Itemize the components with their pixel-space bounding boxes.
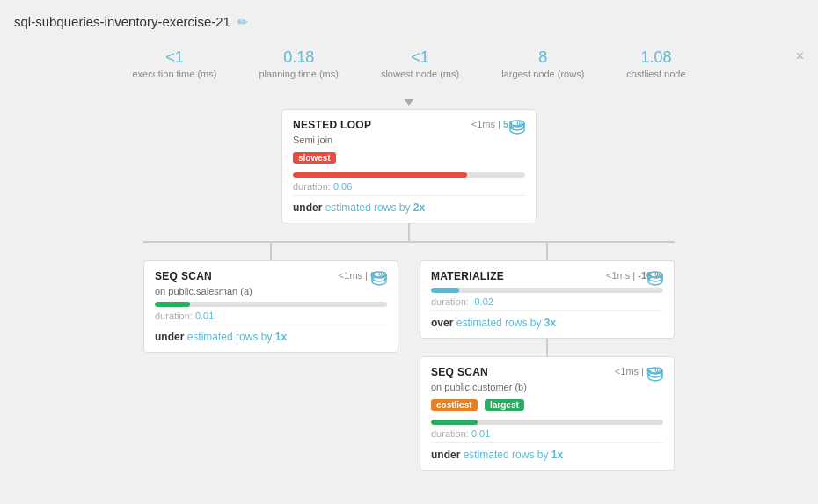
level-bottom: SEQ SCAN <1ms | 6 % on public.salesman (… [143,260,675,471]
nested-loop-subtitle: Semi join [293,135,525,145]
seq-scan-1-duration: duration: 0.01 [155,310,387,321]
db-icon-mat [646,270,665,293]
seq-scan-2-node: SEQ SCAN <1ms | 5 % on public.customer (… [420,356,675,471]
db-icon-seq2 [646,366,665,389]
nested-loop-estimation: under estimated rows by 2x [293,195,525,214]
materialize-node: MATERIALIZE <1ms | -16 % duration: -0.02 [420,260,675,339]
slowest-badge: slowest [293,152,336,164]
nested-loop-progress-bar [293,172,525,178]
nested-loop-title: NESTED LOOP [293,119,371,131]
materialize-estimation: over estimated rows by 3x [431,310,663,329]
materialize-title: MATERIALIZE [431,270,504,282]
close-button[interactable]: × [796,48,804,64]
seq-scan-1-subtitle: on public.salesman (a) [155,286,387,296]
stat-execution-time: <1 execution time (ms) [132,48,216,79]
stats-bar: <1 execution time (ms) 0.18 planning tim… [14,41,804,90]
stat-costliest-node: 1.08 costliest node [626,48,685,79]
seq-scan-1-estimation: under estimated rows by 1x [155,325,387,343]
db-icon-nested [508,119,527,142]
seq-scan-1-title: SEQ SCAN [155,270,212,282]
db-icon-seq1 [369,270,389,293]
title-bar: sql-subqueries-inventory-exercise-21 ✏ [14,14,804,29]
materialize-progress-bar [431,288,663,293]
materialize-progress-fill [431,288,459,293]
diagram-area: NESTED LOOP <1ms | 51 % Semi join slowes… [14,90,804,494]
nested-loop-node: NESTED LOOP <1ms | 51 % Semi join slowes… [281,109,537,223]
seq-scan-1-progress-fill [155,302,190,307]
seq-scan-2-subtitle: on public.customer (b) [431,382,663,392]
stat-largest-node: 8 largest node (rows) [501,48,584,79]
left-branch: SEQ SCAN <1ms | 6 % on public.salesman (… [143,260,398,353]
nested-loop-duration: duration: 0.06 [293,181,525,192]
stat-slowest-node: <1 slowest node (ms) [381,48,459,79]
mat-connector-v [546,339,548,356]
seq-scan-2-estimation: under estimated rows by 1x [431,442,663,461]
seq-scan-2-duration: duration: 0.01 [431,428,663,439]
seq-scan-1-progress-bar [155,302,387,307]
page-title: sql-subqueries-inventory-exercise-21 [14,14,230,29]
largest-badge: largest [485,399,524,411]
stat-planning-time: 0.18 planning time (ms) [259,48,338,79]
seq-scan-1-node: SEQ SCAN <1ms | 6 % on public.salesman (… [143,260,398,353]
right-branch: MATERIALIZE <1ms | -16 % duration: -0.02 [420,260,675,471]
edit-icon[interactable]: ✏ [237,15,248,29]
seq-scan-2-progress-fill [431,420,478,425]
seq-scan-2-progress-bar [431,420,663,425]
nested-loop-progress-fill [293,172,467,178]
seq-scan-2-title: SEQ SCAN [431,366,488,378]
costliest-badge: costliest [431,399,478,411]
materialize-duration: duration: -0.02 [431,296,663,307]
